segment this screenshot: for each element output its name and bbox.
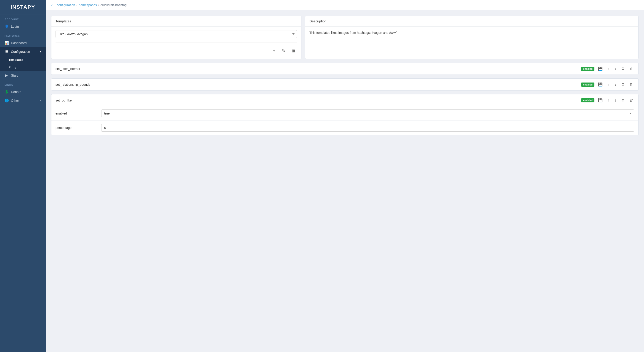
globe-icon: 🌐 — [4, 98, 9, 103]
templates-card-title: Templates — [56, 19, 71, 23]
sidebar-item-configuration[interactable]: ☰ Configuration ▾ — [0, 47, 46, 56]
templates-card: Templates Like - #wwf / #vegan Follow Un… — [51, 16, 302, 59]
other-label: Other — [11, 99, 19, 102]
config-row-header-3: set_do_like enabled 💾 ↑ ↓ ⚙ 🗑 — [52, 94, 638, 106]
login-label: Login — [11, 25, 19, 28]
edit-template-button[interactable]: ✎ — [280, 47, 286, 54]
config-field-enabled: enabled true false — [52, 106, 638, 121]
config-expanded-fields: enabled true false percentage — [52, 106, 638, 135]
move-up-button-3[interactable]: ↑ — [607, 98, 610, 103]
percentage-field-label: percentage — [56, 126, 101, 130]
sidebar: INSTAPY ACCOUNT 👤 Login FEATURES 📊 Dashb… — [0, 0, 46, 352]
percentage-field-input — [101, 124, 634, 132]
namespaces-link[interactable]: namespaces — [78, 3, 97, 7]
dashboard-label: Dashboard — [11, 41, 27, 45]
breadcrumb-sep-2: / — [76, 3, 78, 7]
configuration-label: Configuration — [11, 50, 30, 54]
configuration-submenu: Templates Proxy — [0, 56, 46, 71]
description-card-title: Description — [310, 19, 326, 23]
config-row-header-2: set_relationship_bounds enabled 💾 ↑ ↓ ⚙ … — [52, 79, 638, 90]
config-row-set-do-like: set_do_like enabled 💾 ↑ ↓ ⚙ 🗑 enabled tr… — [51, 94, 638, 135]
percentage-input[interactable] — [101, 124, 634, 132]
features-section-label: FEATURES — [0, 31, 46, 39]
config-title-1: set_user_interact — [56, 67, 578, 71]
content-area: Templates Like - #wwf / #vegan Follow Un… — [46, 10, 644, 141]
sidebar-item-templates[interactable]: Templates — [0, 56, 46, 64]
chart-icon: 📊 — [4, 41, 9, 45]
template-select-row: Like - #wwf / #vegan Follow Unfollow — [56, 30, 297, 38]
delete-template-button[interactable]: 🗑 — [290, 47, 297, 54]
config-row-set-user-interact: set_user_interact enabled 💾 ↑ ↓ ⚙ 🗑 — [51, 63, 638, 75]
settings-button-2[interactable]: ⚙ — [620, 82, 626, 87]
status-badge-1: enabled — [581, 67, 594, 71]
breadcrumb-sep-3: / — [98, 3, 99, 7]
top-row: Templates Like - #wwf / #vegan Follow Un… — [51, 16, 638, 59]
menu-icon: ☰ — [4, 50, 9, 54]
arrow-left-icon: ◂ — [40, 99, 41, 102]
move-down-button-1[interactable]: ↓ — [614, 66, 617, 71]
move-up-button-1[interactable]: ↑ — [607, 66, 610, 71]
sidebar-item-other[interactable]: 🌐 Other ◂ — [0, 96, 46, 105]
config-actions-1: 💾 ↑ ↓ ⚙ 🗑 — [597, 66, 634, 71]
enabled-field-label: enabled — [56, 112, 101, 115]
start-label: Start — [11, 74, 18, 77]
settings-button-1[interactable]: ⚙ — [620, 66, 626, 71]
sidebar-item-dashboard[interactable]: 📊 Dashboard — [0, 39, 46, 47]
config-row-set-relationship-bounds: set_relationship_bounds enabled 💾 ↑ ↓ ⚙ … — [51, 78, 638, 90]
status-badge-3: enabled — [581, 98, 594, 102]
enabled-select[interactable]: true false — [101, 110, 634, 117]
links-section-label: LINKS — [0, 80, 46, 88]
breadcrumb-sep-1: / — [54, 3, 55, 7]
main-content: ⌂ / configuration / namespaces / quickst… — [46, 0, 644, 352]
status-badge-2: enabled — [581, 82, 594, 87]
save-button-1[interactable]: 💾 — [597, 66, 604, 71]
dollar-icon: 💲 — [4, 90, 9, 94]
app-logo: INSTAPY — [0, 0, 46, 14]
current-page: quickstart-hashtag — [100, 3, 126, 7]
sidebar-item-login[interactable]: 👤 Login — [0, 22, 46, 31]
templates-card-header: Templates — [52, 16, 301, 26]
user-icon: 👤 — [4, 24, 9, 28]
delete-button-2[interactable]: 🗑 — [629, 82, 634, 87]
delete-button-3[interactable]: 🗑 — [629, 98, 634, 103]
config-title-3: set_do_like — [56, 98, 578, 102]
description-card: Description This templates likes images … — [305, 16, 638, 59]
enabled-field-input: true false — [101, 110, 634, 117]
sidebar-item-start[interactable]: ▶ Start — [0, 71, 46, 80]
move-down-button-2[interactable]: ↓ — [614, 82, 617, 87]
sidebar-item-proxy[interactable]: Proxy — [0, 64, 46, 71]
config-actions-2: 💾 ↑ ↓ ⚙ 🗑 — [597, 82, 634, 87]
home-link[interactable]: ⌂ — [51, 3, 53, 7]
add-template-button[interactable]: + — [272, 47, 277, 54]
description-text: This templates likes images from hashtag… — [310, 30, 634, 35]
template-select[interactable]: Like - #wwf / #vegan Follow Unfollow — [56, 30, 297, 38]
save-button-2[interactable]: 💾 — [597, 82, 604, 87]
play-icon: ▶ — [4, 73, 9, 78]
description-card-header: Description — [305, 16, 638, 26]
donate-label: Donate — [11, 90, 21, 94]
move-down-button-3[interactable]: ↓ — [614, 98, 617, 103]
settings-button-3[interactable]: ⚙ — [620, 98, 626, 103]
config-row-header-1: set_user_interact enabled 💾 ↑ ↓ ⚙ 🗑 — [52, 63, 638, 74]
move-up-button-2[interactable]: ↑ — [607, 82, 610, 87]
template-actions: + ✎ 🗑 — [56, 42, 297, 55]
config-title-2: set_relationship_bounds — [56, 83, 578, 86]
templates-label: Templates — [9, 58, 23, 62]
chevron-down-icon: ▾ — [40, 50, 41, 53]
configuration-link[interactable]: configuration — [57, 3, 75, 7]
templates-card-body: Like - #wwf / #vegan Follow Unfollow + ✎… — [52, 26, 301, 59]
account-section-label: ACCOUNT — [0, 14, 46, 22]
config-actions-3: 💾 ↑ ↓ ⚙ 🗑 — [597, 98, 634, 103]
proxy-label: Proxy — [9, 66, 16, 69]
save-button-3[interactable]: 💾 — [597, 98, 604, 103]
description-card-body: This templates likes images from hashtag… — [305, 26, 638, 39]
sidebar-item-donate[interactable]: 💲 Donate — [0, 88, 46, 96]
config-field-percentage: percentage — [52, 121, 638, 135]
delete-button-1[interactable]: 🗑 — [629, 66, 634, 71]
breadcrumb: ⌂ / configuration / namespaces / quickst… — [46, 0, 644, 10]
